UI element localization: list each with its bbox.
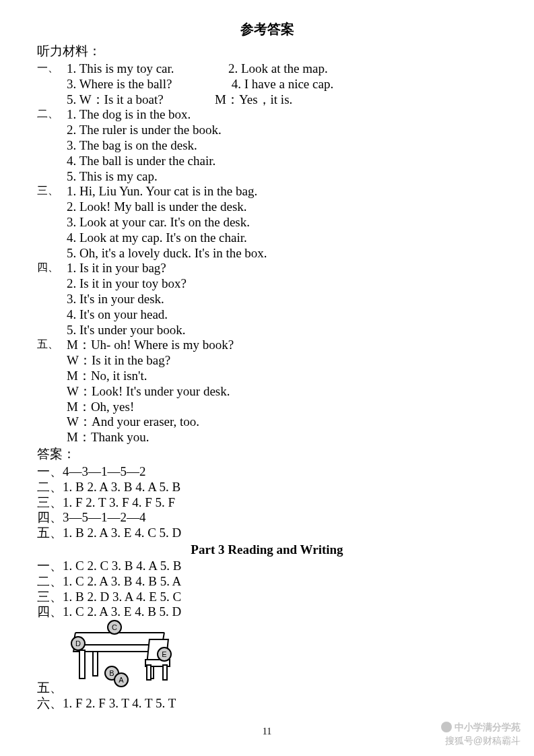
line: 2. The ruler is under the book. [67,123,497,138]
line: 5. This is my cap. [67,169,497,185]
chair-leg-shape [146,664,152,681]
line: M：Thank you. [67,430,497,445]
line: 4. Look at my cap. It's on the chair. [67,230,497,246]
line: M：No, it isn't. [67,369,497,384]
line: 3. It's in your desk. [67,292,497,307]
line: 3. Where is the ball? 4. I have a nice c… [67,77,497,92]
answer-row: 四、1. C 2. A 3. E 4. B 5. D [37,604,497,620]
watermark-line2: 搜狐号@财稿霸斗 [441,735,521,747]
line: 1. Is it in your bag? [67,261,497,276]
line: 3. Look at your car. It's on the desk. [67,215,497,230]
section-label: 三、 [37,184,67,261]
line: W：And your eraser, too. [67,414,497,430]
answer-row: 六、1. F 2. F 3. T 4. T 5. T [37,696,497,712]
line: M：Uh- oh! Where is my book? [67,338,497,353]
answer-row: 二、1. C 2. A 3. B 4. B 5. A [37,574,497,590]
answer-row: 三、1. F 2. T 3. F 4. F 5. F [37,495,497,511]
label-d: D [71,636,86,651]
line: 5. Oh, it's a lovely duck. It's in the b… [67,246,497,261]
line: 5. It's under your book. [67,323,497,338]
answer-row: 三、1. B 2. D 3. A 4. E 5. C [37,590,497,605]
desk-leg-shape [92,651,98,676]
line: W：Is it in the bag? [67,353,497,369]
answer-row: 一、1. C 2. C 3. B 4. A 5. B [37,559,497,574]
section-five-label: 五、 [37,681,497,696]
desk-chair-illustration: C D E B A [67,620,181,681]
line: 5. W：Is it a boat? M：Yes，it is. [67,92,497,108]
answer-row: 一、4—3—1—5—2 [37,464,497,480]
answer-row: 四、3—5—1—2—4 [37,510,497,526]
line: 1. Hi, Liu Yun. Your cat is in the bag. [67,184,497,199]
section-five: 五、 M：Uh- oh! Where is my book? W：Is it i… [37,338,497,445]
wechat-icon [441,722,452,732]
section-three: 三、 1. Hi, Liu Yun. Your cat is in the ba… [37,184,497,261]
line: 4. It's on your head. [67,307,497,323]
label-a: A [114,672,129,687]
listening-header: 听力材料： [37,42,497,60]
document-page: 参考答案 听力材料： 一、 1. This is my toy car. 2. … [0,0,534,756]
watermark-line1: 中小学满分学苑 [455,722,521,733]
section-label: 二、 [37,107,67,184]
line: 2. Look! My ball is under the desk. [67,199,497,215]
line: 3. The bag is on the desk. [67,138,497,154]
section-label: 五、 [37,338,67,445]
answers-header: 答案： [37,445,497,463]
section-label: 一、 [37,61,67,107]
section-four: 四、 1. Is it in your bag? 2. Is it in you… [37,261,497,338]
line: 1. This is my toy car. 2. Look at the ma… [67,61,497,77]
section-label: 四、 [37,261,67,338]
label-c: C [107,620,122,635]
line: 4. The ball is under the chair. [67,154,497,169]
answer-row: 二、1. B 2. A 3. B 4. A 5. B [37,480,497,495]
line: 1. The dog is in the box. [67,107,497,123]
desk-leg-shape [79,650,86,679]
label-e: E [157,647,172,662]
section-two: 二、 1. The dog is in the box. 2. The rule… [37,107,497,184]
page-title: 参考答案 [37,20,497,38]
chair-leg-shape [162,664,168,681]
answer-row: 五、1. B 2. A 3. E 4. C 5. D [37,526,497,541]
line: W：Look! It's under your desk. [67,384,497,400]
line: 2. Is it in your toy box? [67,276,497,292]
line: M：Oh, yes! [67,400,497,415]
watermark: 中小学满分学苑 搜狐号@财稿霸斗 [441,722,521,747]
part3-title: Part 3 Reading and Writing [37,542,497,557]
section-one: 一、 1. This is my toy car. 2. Look at the… [37,61,497,107]
